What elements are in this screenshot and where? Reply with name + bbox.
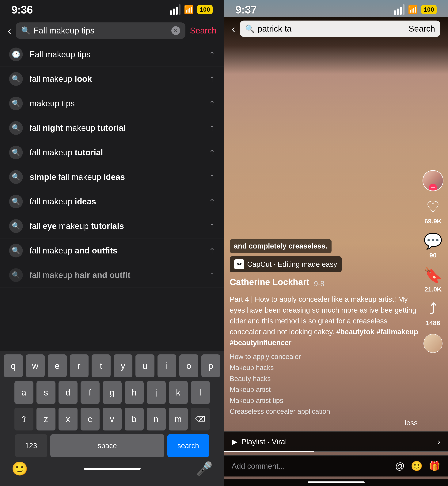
suggestion-item-9[interactable]: 🔍 fall makeup and outfits ↗ bbox=[0, 239, 224, 263]
emoji-comment-icon[interactable]: 🙂 bbox=[411, 461, 423, 471]
arrow-icon-3: ↗ bbox=[207, 98, 217, 108]
search-bar-left: ‹ 🔍 Fall makeup tips ✕ Search bbox=[0, 19, 224, 42]
search-icon-9: 🔍 bbox=[9, 244, 23, 257]
suggestion-item-7[interactable]: 🔍 fall makeup ideas ↗ bbox=[0, 189, 224, 214]
share-button[interactable]: ⤴ 1486 bbox=[426, 300, 440, 327]
save-button[interactable]: 🔖 21.0K bbox=[424, 266, 442, 293]
search-button-left[interactable]: Search bbox=[190, 26, 216, 35]
numbers-key[interactable]: 123 bbox=[15, 434, 47, 457]
suggestion-text-8: fall eye makeup tutorials bbox=[30, 221, 202, 231]
gift-icon[interactable]: 🎁 bbox=[429, 461, 440, 471]
like-button[interactable]: ♡ 69.9K bbox=[424, 198, 442, 225]
wifi-icon: 📶 bbox=[184, 5, 194, 14]
search-field-left[interactable]: Fall makeup tips bbox=[34, 26, 168, 35]
key-i[interactable]: i bbox=[158, 354, 176, 377]
key-r[interactable]: r bbox=[70, 354, 89, 377]
key-t[interactable]: t bbox=[92, 354, 111, 377]
heart-icon: ♡ bbox=[426, 198, 440, 216]
suggestion-text-7: fall makeup ideas bbox=[30, 197, 202, 206]
video-description: Part 4 | How to apply concealer like a m… bbox=[230, 294, 419, 348]
comment-button[interactable]: 💬 90 bbox=[424, 232, 442, 259]
key-f[interactable]: f bbox=[80, 381, 100, 404]
creator-avatar[interactable]: + bbox=[423, 170, 443, 191]
shift-key[interactable]: ⇧ bbox=[15, 408, 33, 430]
clear-button[interactable]: ✕ bbox=[171, 26, 180, 35]
progress-fill bbox=[224, 451, 314, 452]
playlist-arrow-icon: › bbox=[438, 437, 440, 446]
key-y[interactable]: y bbox=[114, 354, 133, 377]
suggestion-text-10: fall makeup hair and outfit bbox=[30, 270, 202, 280]
key-l[interactable]: l bbox=[191, 381, 210, 404]
search-input-container-right[interactable]: 🔍 patrick ta Search bbox=[240, 21, 440, 37]
suggestion-text-6: simple fall makeup ideas bbox=[30, 172, 202, 182]
key-b[interactable]: b bbox=[125, 408, 144, 430]
signal-icon bbox=[170, 4, 181, 15]
key-h[interactable]: h bbox=[125, 381, 144, 404]
battery-badge-right: 100 bbox=[421, 5, 437, 14]
capcut-badge: ✂ CapCut · Editing made easy bbox=[230, 256, 342, 272]
mic-key[interactable]: 🎤 bbox=[196, 461, 213, 477]
comment-count: 90 bbox=[429, 252, 437, 259]
key-p[interactable]: p bbox=[201, 354, 220, 377]
key-z[interactable]: z bbox=[36, 408, 56, 430]
suggestion-item-6[interactable]: 🔍 simple fall makeup ideas ↗ bbox=[0, 165, 224, 189]
key-o[interactable]: o bbox=[179, 354, 198, 377]
emoji-key[interactable]: 🙂 bbox=[11, 461, 28, 477]
key-u[interactable]: u bbox=[136, 354, 154, 377]
suggestion-item-1[interactable]: 🕐 Fall makeup tips ↗ bbox=[0, 42, 224, 67]
right-panel: 9:37 📶 100 ‹ 🔍 patrick ta Search + ♡ bbox=[224, 0, 448, 486]
capcut-logo: ✂ bbox=[234, 259, 244, 269]
battery-badge: 100 bbox=[197, 5, 213, 14]
suggestion-item-8[interactable]: 🔍 fall eye makeup tutorials ↗ bbox=[0, 214, 224, 239]
back-button-right[interactable]: ‹ bbox=[232, 23, 235, 35]
bookmark-icon: 🔖 bbox=[424, 266, 442, 284]
key-s[interactable]: s bbox=[36, 381, 56, 404]
comment-input[interactable]: Add comment... bbox=[232, 462, 389, 470]
key-c[interactable]: c bbox=[80, 408, 100, 430]
suggestion-item-5[interactable]: 🔍 fall makeup tutorial ↗ bbox=[0, 140, 224, 165]
search-field-right[interactable]: patrick ta bbox=[258, 24, 406, 33]
key-v[interactable]: v bbox=[103, 408, 122, 430]
less-button[interactable]: less bbox=[405, 419, 419, 427]
suggestion-item-10[interactable]: 🔍 fall makeup hair and outfit ↗ bbox=[0, 263, 224, 288]
key-k[interactable]: k bbox=[169, 381, 188, 404]
video-content-overlay: and completely creaseless. ✂ CapCut · Ed… bbox=[224, 239, 425, 433]
video-progress-bar[interactable] bbox=[224, 451, 448, 452]
suggestion-item-2[interactable]: 🔍 fall makeup look ↗ bbox=[0, 67, 224, 91]
follow-plus-badge[interactable]: + bbox=[429, 184, 437, 191]
key-a[interactable]: a bbox=[15, 381, 33, 404]
arrow-icon-7: ↗ bbox=[207, 197, 217, 207]
backspace-key[interactable]: ⌫ bbox=[191, 408, 210, 430]
search-icon-left: 🔍 bbox=[21, 26, 31, 35]
search-icon-6: 🔍 bbox=[9, 170, 23, 184]
arrow-icon-4: ↗ bbox=[207, 123, 217, 133]
key-j[interactable]: j bbox=[147, 381, 166, 404]
playlist-bar[interactable]: ▶ Playlist · Viral › bbox=[224, 431, 448, 452]
key-e[interactable]: e bbox=[48, 354, 67, 377]
key-x[interactable]: x bbox=[58, 408, 78, 430]
arrow-icon-2: ↗ bbox=[207, 74, 217, 84]
playlist-label: Playlist · Viral bbox=[241, 437, 287, 446]
key-m[interactable]: m bbox=[169, 408, 188, 430]
left-panel: 9:36 📶 100 ‹ 🔍 Fall makeup tips ✕ Search… bbox=[0, 0, 224, 486]
key-d[interactable]: d bbox=[58, 381, 78, 404]
arrow-icon-8: ↗ bbox=[207, 221, 217, 231]
search-button-right[interactable]: Search bbox=[409, 24, 435, 33]
suggestion-item-3[interactable]: 🔍 makeup tips ↗ bbox=[0, 91, 224, 116]
music-disc[interactable] bbox=[424, 334, 442, 353]
status-icons-right: 📶 100 bbox=[394, 4, 437, 15]
key-w[interactable]: w bbox=[26, 354, 45, 377]
search-bar-right: ‹ 🔍 patrick ta Search bbox=[224, 17, 448, 40]
mention-icon[interactable]: @ bbox=[395, 461, 405, 471]
search-key[interactable]: search bbox=[167, 434, 209, 457]
key-n[interactable]: n bbox=[147, 408, 166, 430]
key-g[interactable]: g bbox=[103, 381, 122, 404]
suggestion-text-5: fall makeup tutorial bbox=[30, 148, 202, 157]
space-key[interactable]: space bbox=[50, 434, 164, 457]
search-input-container-left[interactable]: 🔍 Fall makeup tips ✕ bbox=[16, 22, 185, 39]
back-button-left[interactable]: ‹ bbox=[8, 25, 11, 37]
suggestion-item-4[interactable]: 🔍 fall night makeup tutorial ↗ bbox=[0, 116, 224, 140]
keyboard-bottom-row: 🙂 🎤 bbox=[0, 461, 224, 486]
history-icon-1: 🕐 bbox=[9, 48, 23, 61]
key-q[interactable]: q bbox=[4, 354, 23, 377]
